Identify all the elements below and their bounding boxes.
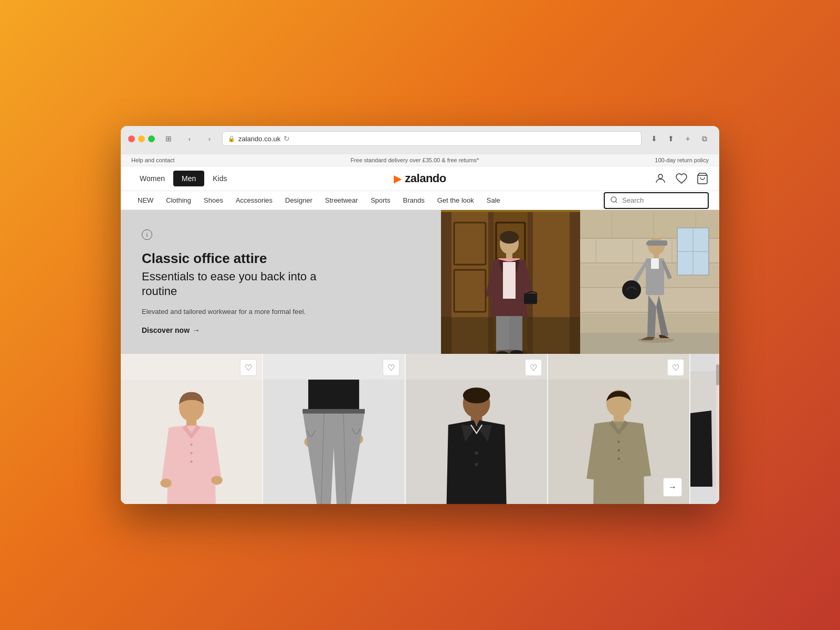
nav-shoes[interactable]: Shoes [197, 191, 229, 209]
svg-point-58 [160, 479, 172, 488]
delivery-info: Free standard delivery over £35.00 & fre… [351, 157, 479, 163]
browser-tabs [128, 150, 712, 154]
svg-rect-18 [496, 316, 509, 353]
wishlist-button-1[interactable]: ♡ [240, 359, 257, 376]
forward-button[interactable]: › [202, 133, 217, 144]
svg-rect-20 [524, 293, 537, 304]
svg-point-72 [475, 452, 478, 455]
nav-accessories[interactable]: Accessories [229, 191, 279, 209]
logo-area[interactable]: ▶ zalando [394, 172, 446, 185]
help-contact[interactable]: Help and contact [131, 157, 175, 163]
svg-rect-17 [503, 262, 516, 299]
browser-window: ⊞ ‹ › 🔒 zalando.co.uk ↻ ⬇ ⬆ + ⧉ Help and… [121, 126, 719, 504]
search-icon [610, 196, 618, 205]
back-button[interactable]: ‹ [182, 133, 197, 144]
svg-point-50 [622, 280, 641, 299]
svg-point-2 [611, 196, 616, 202]
hero-image-2 [580, 210, 719, 354]
wishlist-button-2[interactable]: ♡ [383, 359, 400, 376]
share-button[interactable]: ⬆ [664, 133, 678, 144]
close-button[interactable] [128, 135, 135, 142]
svg-point-14 [500, 231, 519, 244]
lock-icon: 🔒 [228, 135, 235, 142]
url-text: zalando.co.uk [238, 135, 280, 143]
hero-subtitle: Essentials to ease you back into aroutin… [142, 269, 420, 299]
tab-men[interactable]: Men [173, 171, 204, 186]
svg-point-57 [190, 460, 192, 463]
product-card-1: ♡ [121, 354, 262, 504]
svg-point-78 [617, 449, 620, 452]
scrollbar[interactable] [716, 354, 719, 504]
svg-line-3 [615, 201, 617, 203]
discover-now-link[interactable]: Discover now → [142, 326, 420, 334]
nav-items: NEW Clothing Shoes Accessories Designer … [131, 191, 604, 209]
main-header: Women Men Kids ▶ zalando [121, 166, 719, 191]
hero-description: Elevated and tailored workwear for a mor… [142, 308, 420, 316]
product-card-2: ♡ [263, 354, 404, 504]
hero-title: Classic office attire [142, 250, 420, 267]
logo-text: zalando [405, 172, 446, 185]
traffic-lights [128, 135, 155, 142]
svg-rect-61 [308, 380, 359, 414]
svg-rect-19 [509, 316, 522, 353]
nav-designer[interactable]: Designer [279, 191, 319, 209]
nav-bar: NEW Clothing Shoes Accessories Designer … [121, 191, 719, 210]
new-tab-button[interactable]: + [680, 133, 695, 144]
nav-sale[interactable]: Sale [480, 191, 507, 209]
return-policy: 100-day return policy [655, 157, 709, 163]
info-bar: Help and contact Free standard delivery … [121, 154, 719, 166]
scrollbar-thumb[interactable] [716, 364, 719, 385]
nav-clothing[interactable]: Clothing [160, 191, 197, 209]
hero-image-1 [441, 210, 580, 354]
search-input[interactable] [622, 196, 702, 204]
nav-brands[interactable]: Brands [396, 191, 430, 209]
wishlist-button[interactable] [675, 172, 688, 185]
hero-images [441, 210, 719, 354]
maximize-button[interactable] [148, 135, 155, 142]
hero-banner: i Classic office attire Essentials to ea… [121, 210, 719, 354]
nav-get-the-look[interactable]: Get the look [431, 191, 480, 209]
svg-rect-66 [303, 409, 365, 414]
info-button[interactable]: i [142, 229, 152, 240]
download-button[interactable]: ⬇ [647, 133, 662, 144]
svg-rect-47 [654, 254, 659, 259]
hero-text-area: i Classic office attire Essentials to ea… [121, 210, 441, 354]
svg-point-73 [475, 463, 478, 466]
nav-sports[interactable]: Sports [364, 191, 397, 209]
nav-streetwear[interactable]: Streetwear [319, 191, 364, 209]
svg-point-0 [658, 174, 663, 178]
reload-button[interactable]: ↻ [284, 134, 290, 143]
svg-rect-49 [651, 258, 659, 269]
tab-women[interactable]: Women [131, 171, 173, 186]
svg-point-55 [190, 444, 192, 446]
svg-point-77 [617, 440, 620, 443]
website: Help and contact Free standard delivery … [121, 154, 719, 504]
account-button[interactable] [654, 172, 667, 185]
address-bar[interactable]: 🔒 zalando.co.uk ↻ [222, 131, 642, 146]
svg-point-56 [190, 452, 192, 454]
tab-overview-button[interactable]: ⧉ [697, 133, 712, 144]
browser-chrome: ⊞ ‹ › 🔒 zalando.co.uk ↻ ⬇ ⬆ + ⧉ [121, 126, 719, 154]
bag-button[interactable] [696, 172, 709, 185]
nav-new[interactable]: NEW [131, 191, 160, 209]
svg-point-59 [211, 476, 223, 485]
tab-kids[interactable]: Kids [204, 171, 235, 186]
search-bar [604, 192, 709, 209]
gender-tabs: Women Men Kids [131, 171, 235, 186]
svg-rect-46 [646, 242, 649, 245]
product-card-5 [690, 354, 719, 504]
product-card-3: ♡ [406, 354, 547, 504]
next-button[interactable]: → [663, 478, 682, 497]
svg-point-51 [638, 338, 675, 343]
minimize-button[interactable] [138, 135, 145, 142]
wishlist-button-4[interactable]: ♡ [667, 359, 684, 376]
browser-actions: ⬇ ⬆ + ⧉ [647, 133, 712, 144]
product-card-4: ♡ [548, 354, 689, 504]
svg-rect-45 [647, 240, 667, 246]
svg-point-44 [648, 238, 665, 255]
header-icons [654, 172, 709, 185]
wishlist-button-3[interactable]: ♡ [525, 359, 542, 376]
product-grid: ♡ [121, 354, 719, 504]
logo-icon: ▶ [394, 172, 402, 185]
sidebar-toggle-button[interactable]: ⊞ [160, 133, 177, 144]
